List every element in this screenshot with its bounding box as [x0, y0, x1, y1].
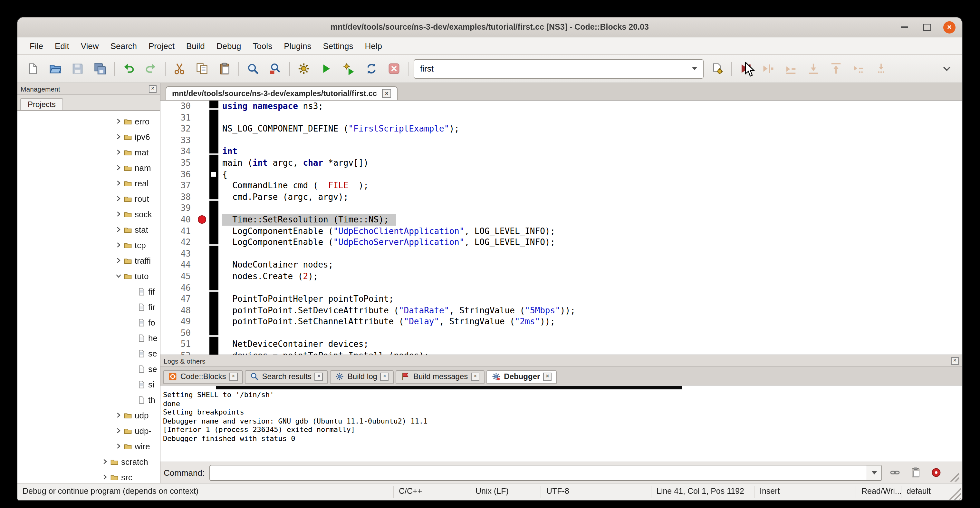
tab-close-icon[interactable]: × — [229, 372, 237, 381]
code-line[interactable]: 42 LogComponentEnable ("UdpEchoServerApp… — [161, 237, 962, 248]
chevron-right-icon[interactable] — [101, 473, 110, 481]
chevron-right-icon[interactable] — [115, 133, 123, 140]
code-line[interactable]: 48 pointToPoint.SetDeviceAttribute ("Dat… — [161, 304, 962, 316]
tab-close-icon[interactable]: × — [380, 372, 389, 381]
chevron-right-icon[interactable] — [115, 164, 123, 172]
chevron-right-icon[interactable] — [115, 195, 123, 202]
chevron-right-icon[interactable] — [115, 411, 123, 419]
copy-log-button[interactable] — [907, 465, 923, 481]
code-line[interactable]: 47 PointToPointHelper pointToPoint; — [161, 293, 962, 304]
rebuild-button[interactable] — [363, 60, 380, 77]
code-line[interactable]: 45 nodes.Create (2); — [161, 271, 962, 282]
chevron-right-icon[interactable] — [115, 256, 123, 264]
debugger-log-output[interactable]: Setting SHELL to '/bin/sh'doneSetting br… — [161, 385, 962, 462]
breakpoint-margin[interactable] — [197, 225, 209, 237]
tree-item[interactable]: si — [18, 376, 160, 392]
breakpoint-margin[interactable] — [197, 248, 209, 259]
tree-item[interactable]: tuto — [18, 268, 160, 283]
chevron-right-icon[interactable] — [115, 210, 123, 218]
code-line[interactable]: 52 devices = pointToPoint.Install (nodes… — [161, 350, 962, 355]
open-file-button[interactable] — [46, 60, 64, 77]
menu-item-help[interactable]: Help — [359, 39, 388, 53]
window-resize-grip[interactable] — [947, 486, 961, 500]
tree-item[interactable]: se — [18, 361, 160, 376]
code-line[interactable]: 30using namespace ns3; — [161, 100, 962, 112]
chevron-right-icon[interactable] — [115, 427, 123, 435]
next-line-button[interactable] — [782, 60, 800, 77]
titlebar[interactable]: mnt/dev/tools/source/ns-3-dev/examples/t… — [18, 18, 962, 37]
tree-item[interactable]: stat — [18, 222, 160, 237]
close-button[interactable]: × — [943, 21, 956, 33]
editor-tab-close-button[interactable]: × — [382, 89, 391, 98]
chevron-right-icon[interactable] — [115, 442, 123, 450]
stop-debugger-button[interactable] — [928, 465, 944, 481]
project-tree[interactable]: erroipv6matnamrealroutsockstattcptraffit… — [18, 111, 160, 483]
logs-close-button[interactable]: × — [951, 357, 959, 365]
code-line[interactable]: 34int — [161, 146, 962, 157]
undo-button[interactable] — [120, 60, 137, 77]
tree-item[interactable]: nam — [18, 160, 160, 175]
code-line[interactable]: 33 — [161, 135, 962, 146]
maximize-button[interactable] — [921, 21, 933, 33]
breakpoint-margin[interactable] — [197, 237, 209, 248]
management-close-button[interactable]: × — [149, 85, 157, 92]
menu-item-tools[interactable]: Tools — [247, 39, 278, 53]
code-line[interactable]: 31 — [161, 112, 962, 123]
tab-close-icon[interactable]: × — [543, 372, 552, 381]
breakpoint-margin[interactable] — [197, 350, 209, 355]
redo-button[interactable] — [142, 60, 160, 77]
find-button[interactable] — [244, 60, 262, 77]
step-into-button[interactable] — [805, 60, 822, 77]
build-and-run-button[interactable] — [340, 60, 358, 77]
tab-close-icon[interactable]: × — [315, 372, 323, 381]
breakpoint-margin[interactable] — [197, 169, 209, 180]
code-line[interactable]: 36-{ — [161, 169, 962, 180]
breakpoint-margin[interactable] — [197, 191, 209, 203]
chevron-right-icon[interactable] — [115, 148, 123, 156]
tree-item[interactable]: rout — [18, 191, 160, 206]
attach-button[interactable] — [886, 465, 903, 481]
breakpoint-margin[interactable] — [197, 282, 209, 293]
step-out-button[interactable] — [827, 60, 845, 77]
toolbar-overflow-button[interactable] — [938, 60, 956, 77]
breakpoint-margin[interactable] — [197, 203, 209, 214]
tree-item[interactable]: se — [18, 346, 160, 361]
command-dropdown-button[interactable] — [867, 465, 881, 480]
tree-item[interactable]: src — [18, 469, 160, 483]
code-line[interactable]: 50 — [161, 328, 962, 339]
menu-item-file[interactable]: File — [24, 39, 49, 53]
breakpoint-margin[interactable] — [197, 271, 209, 282]
command-input[interactable] — [209, 465, 882, 481]
paste-button[interactable] — [216, 60, 233, 77]
breakpoint-margin[interactable] — [197, 180, 209, 191]
tree-item[interactable]: fif — [18, 283, 160, 299]
tree-item[interactable]: ipv6 — [18, 129, 160, 144]
breakpoint-margin[interactable] — [197, 146, 209, 157]
breakpoint-margin[interactable] — [197, 135, 209, 146]
code-line[interactable]: 43 — [161, 248, 962, 259]
step-into-instruction-button[interactable] — [872, 60, 890, 77]
chevron-right-icon[interactable] — [115, 117, 123, 125]
tab-projects[interactable]: Projects — [20, 98, 64, 110]
code-line[interactable]: 39 — [161, 203, 962, 214]
menu-item-edit[interactable]: Edit — [49, 39, 75, 53]
fold-marker-icon[interactable]: - — [211, 171, 216, 177]
cut-button[interactable] — [171, 60, 188, 77]
breakpoint-margin[interactable] — [197, 112, 209, 123]
tree-item[interactable]: tcp — [18, 237, 160, 253]
breakpoint-margin[interactable] — [197, 293, 209, 304]
code-line[interactable]: 44 NodeContainer nodes; — [161, 260, 962, 271]
code-editor[interactable]: 30using namespace ns3;3132NS_LOG_COMPONE… — [161, 100, 962, 355]
menu-item-search[interactable]: Search — [105, 39, 143, 53]
breakpoint-margin[interactable] — [197, 260, 209, 271]
log-tab-debugger[interactable]: Debugger× — [487, 370, 557, 383]
log-tab-search-results[interactable]: Search results× — [245, 370, 328, 383]
chevron-right-icon[interactable] — [115, 241, 123, 249]
tree-item[interactable]: th — [18, 392, 160, 408]
tree-item[interactable]: udp- — [18, 423, 160, 438]
log-tab-build-log[interactable]: Build log× — [330, 370, 394, 383]
build-target-select[interactable]: first — [414, 59, 703, 78]
code-line[interactable]: 32NS_LOG_COMPONENT_DEFINE ("FirstScriptE… — [161, 123, 962, 134]
code-line[interactable]: 41 LogComponentEnable ("UdpEchoClientApp… — [161, 225, 962, 237]
breakpoint-margin[interactable] — [197, 157, 209, 169]
